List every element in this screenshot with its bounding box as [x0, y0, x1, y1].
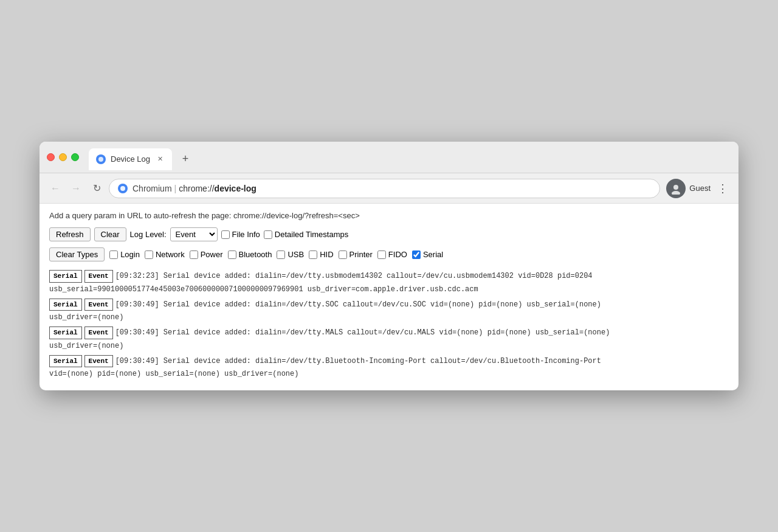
- event-tag: Event: [84, 270, 113, 283]
- log-message: [09:30:49] Serial device added: dialin=/…: [115, 327, 610, 338]
- fido-filter-label[interactable]: FIDO: [377, 250, 407, 259]
- printer-label: Printer: [349, 250, 373, 259]
- log-entries: Serial Event [09:32:23] Serial device ad…: [49, 270, 729, 379]
- site-icon: [118, 184, 128, 193]
- hid-filter-label[interactable]: HID: [309, 250, 333, 259]
- close-button[interactable]: [47, 153, 55, 161]
- svg-point-0: [98, 157, 103, 162]
- fido-label: FIDO: [388, 250, 407, 259]
- log-entry: Serial Event [09:30:49] Serial device ad…: [49, 326, 729, 351]
- event-tag: Event: [84, 355, 113, 368]
- log-level-label: Log Level:: [130, 230, 167, 239]
- usb-label: USB: [287, 250, 304, 259]
- type-tag: Serial: [49, 299, 82, 311]
- menu-button[interactable]: ⋮: [714, 180, 731, 197]
- maximize-button[interactable]: [71, 153, 79, 161]
- login-filter-label[interactable]: Login: [109, 250, 140, 259]
- log-entry-header: Serial Event [09:30:49] Serial device ad…: [49, 299, 729, 311]
- hint-text: Add a query param in URL to auto-refresh…: [49, 211, 729, 220]
- network-label: Network: [156, 250, 185, 259]
- login-label: Login: [120, 250, 140, 259]
- url-text: Chromium | chrome://device-log: [133, 184, 256, 193]
- detailed-timestamps-checkbox-label[interactable]: Detailed Timestamps: [264, 230, 348, 239]
- login-checkbox[interactable]: [109, 250, 118, 259]
- svg-point-1: [120, 186, 125, 191]
- usb-filter-label[interactable]: USB: [277, 250, 304, 259]
- bluetooth-filter-label[interactable]: Bluetooth: [228, 250, 272, 259]
- log-entry: Serial Event [09:30:49] Serial device ad…: [49, 299, 729, 323]
- titlebar: Device Log ✕ +: [40, 142, 738, 173]
- printer-checkbox[interactable]: [339, 250, 347, 259]
- url-separator: |: [174, 184, 177, 193]
- type-tag: Serial: [49, 270, 82, 283]
- event-tag: Event: [84, 299, 113, 311]
- reload-button[interactable]: ↻: [88, 180, 105, 197]
- profile-area: Guest ⋮: [666, 179, 731, 198]
- minimize-button[interactable]: [59, 153, 67, 161]
- hid-checkbox[interactable]: [309, 250, 317, 259]
- type-tag: Serial: [49, 355, 82, 368]
- browser-window: Device Log ✕ + ← → ↻ Chromium | chrome:/…: [40, 142, 738, 390]
- log-message-continuation: usb_serial=9901000051774e45003e700600000…: [49, 284, 729, 295]
- serial-checkbox[interactable]: [412, 250, 421, 259]
- profile-label: Guest: [689, 184, 711, 193]
- tab-favicon: [96, 154, 106, 164]
- site-name: Chromium: [133, 184, 172, 193]
- refresh-button[interactable]: Refresh: [49, 227, 91, 241]
- log-entry-header: Serial Event [09:32:23] Serial device ad…: [49, 270, 729, 283]
- traffic-lights: [47, 153, 79, 161]
- tab-title: Device Log: [111, 154, 150, 164]
- active-tab[interactable]: Device Log ✕: [89, 148, 172, 170]
- power-checkbox[interactable]: [190, 250, 198, 259]
- fido-checkbox[interactable]: [377, 250, 386, 259]
- detailed-timestamps-checkbox[interactable]: [264, 230, 272, 239]
- hid-label: HID: [320, 250, 333, 259]
- svg-point-3: [672, 191, 680, 195]
- log-message-continuation: usb_driver=(none): [49, 340, 729, 351]
- tab-close-button[interactable]: ✕: [155, 154, 165, 164]
- page-content: Add a query param in URL to auto-refresh…: [40, 204, 738, 390]
- url-path: device-log: [215, 184, 256, 193]
- svg-point-2: [673, 185, 678, 190]
- printer-filter-label[interactable]: Printer: [339, 250, 373, 259]
- log-entry-header: Serial Event [09:30:49] Serial device ad…: [49, 326, 729, 339]
- log-message-continuation: usb_driver=(none): [49, 312, 729, 323]
- serial-label: Serial: [423, 250, 443, 259]
- log-entry: Serial Event [09:30:49] Serial device ad…: [49, 355, 729, 380]
- filter-bar: Clear Types Login Network Power Bluetoot…: [49, 247, 729, 261]
- file-info-label: File Info: [232, 230, 260, 239]
- profile-icon[interactable]: [666, 179, 686, 198]
- event-tag: Event: [84, 326, 113, 339]
- file-info-checkbox-label[interactable]: File Info: [221, 230, 260, 239]
- back-button[interactable]: ←: [47, 180, 64, 197]
- serial-filter-label[interactable]: Serial: [412, 250, 443, 259]
- bluetooth-checkbox[interactable]: [228, 250, 236, 259]
- forward-button[interactable]: →: [67, 180, 84, 197]
- network-checkbox[interactable]: [145, 250, 153, 259]
- bluetooth-label: Bluetooth: [239, 250, 272, 259]
- clear-types-button[interactable]: Clear Types: [49, 247, 105, 261]
- log-message-continuation: vid=(none) pid=(none) usb_serial=(none) …: [49, 368, 729, 379]
- network-filter-label[interactable]: Network: [145, 250, 185, 259]
- file-info-checkbox[interactable]: [221, 230, 230, 239]
- usb-checkbox[interactable]: [277, 250, 285, 259]
- log-entry-header: Serial Event [09:30:49] Serial device ad…: [49, 355, 729, 368]
- log-message: [09:30:49] Serial device added: dialin=/…: [115, 356, 601, 367]
- clear-button[interactable]: Clear: [94, 227, 126, 241]
- log-entry: Serial Event [09:32:23] Serial device ad…: [49, 270, 729, 295]
- log-message: [09:30:49] Serial device added: dialin=/…: [115, 299, 601, 310]
- power-filter-label[interactable]: Power: [190, 250, 223, 259]
- type-tag: Serial: [49, 326, 82, 339]
- detailed-timestamps-label: Detailed Timestamps: [275, 230, 348, 239]
- url-bar[interactable]: Chromium | chrome://device-log: [109, 179, 660, 198]
- url-prefix: chrome://: [179, 184, 214, 193]
- power-label: Power: [201, 250, 223, 259]
- address-bar: ← → ↻ Chromium | chrome://device-log Gue…: [40, 173, 738, 204]
- log-message: [09:32:23] Serial device added: dialin=/…: [115, 271, 593, 282]
- toolbar: Refresh Clear Log Level: Event Debug Inf…: [49, 227, 729, 241]
- log-level-select[interactable]: Event Debug Info Warning Error: [170, 227, 218, 241]
- new-tab-button[interactable]: +: [177, 151, 194, 168]
